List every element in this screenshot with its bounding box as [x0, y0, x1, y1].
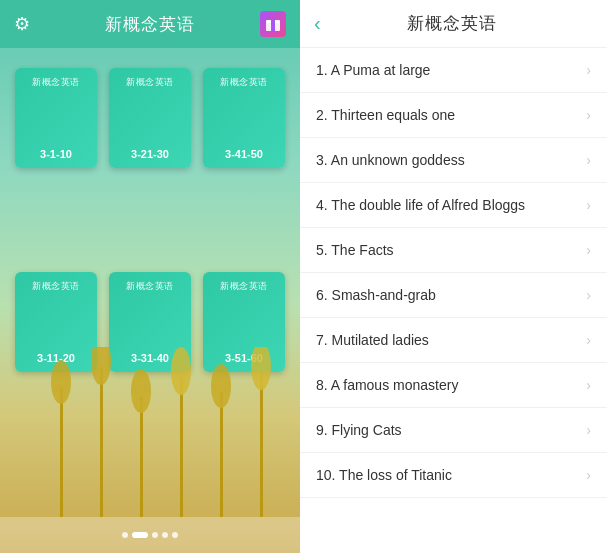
chevron-right-icon: ›	[586, 377, 591, 393]
book-title-cn: 新概念英语	[220, 76, 268, 89]
lesson-item[interactable]: 2. Thirteen equals one›	[300, 93, 607, 138]
lesson-item[interactable]: 10. The loss of Titanic›	[300, 453, 607, 498]
gear-icon[interactable]: ⚙	[14, 13, 30, 35]
book-range: 3-21-30	[131, 148, 169, 162]
lesson-label: 9. Flying Cats	[316, 422, 586, 438]
book-card-1[interactable]: 新概念英语 3-1-10	[15, 68, 97, 168]
lesson-label: 10. The loss of Titanic	[316, 467, 586, 483]
book-title-cn: 新概念英语	[126, 76, 174, 89]
lesson-item[interactable]: 6. Smash-and-grab›	[300, 273, 607, 318]
lesson-item[interactable]: 9. Flying Cats›	[300, 408, 607, 453]
gift-icon[interactable]	[260, 11, 286, 37]
lesson-label: 7. Mutilated ladies	[316, 332, 586, 348]
svg-rect-4	[60, 387, 63, 517]
right-header-title: 新概念英语	[331, 12, 573, 35]
svg-rect-8	[140, 397, 143, 517]
dot-3	[152, 532, 158, 538]
book-title-cn: 新概念英语	[220, 280, 268, 293]
chevron-right-icon: ›	[586, 332, 591, 348]
dot-1	[122, 532, 128, 538]
chevron-right-icon: ›	[586, 422, 591, 438]
book-title-cn: 新概念英语	[32, 76, 80, 89]
book-title-cn: 新概念英语	[32, 280, 80, 293]
left-panel: ⚙ 新概念英语 新概念英语 3-1-10 新概念英语 3-21-30	[0, 0, 300, 553]
left-header-title: 新概念英语	[105, 13, 195, 36]
dot-5	[172, 532, 178, 538]
book-card-4[interactable]: 新概念英语 3-11-20	[15, 272, 97, 372]
back-button[interactable]: ‹	[314, 12, 321, 35]
svg-rect-14	[260, 372, 263, 517]
left-header: ⚙ 新概念英语	[0, 0, 300, 48]
pagination-dots	[122, 532, 178, 538]
books-row-1: 新概念英语 3-1-10 新概念英语 3-21-30 新概念英语 3-41-50	[10, 68, 290, 168]
lesson-label: 3. An unknown goddess	[316, 152, 586, 168]
right-panel: ‹ 新概念英语 1. A Puma at large›2. Thirteen e…	[300, 0, 607, 553]
dot-2-active	[132, 532, 148, 538]
book-range: 3-1-10	[40, 148, 72, 162]
book-title-cn: 新概念英语	[126, 280, 174, 293]
lesson-label: 4. The double life of Alfred Bloggs	[316, 197, 586, 213]
chevron-right-icon: ›	[586, 197, 591, 213]
chevron-right-icon: ›	[586, 152, 591, 168]
chevron-right-icon: ›	[586, 62, 591, 78]
lesson-item[interactable]: 1. A Puma at large›	[300, 48, 607, 93]
lesson-label: 5. The Facts	[316, 242, 586, 258]
book-range: 3-41-50	[225, 148, 263, 162]
chevron-right-icon: ›	[586, 107, 591, 123]
svg-rect-1	[271, 22, 275, 31]
lesson-label: 8. A famous monastery	[316, 377, 586, 393]
book-card-6[interactable]: 新概念英语 3-51-60	[203, 272, 285, 372]
lesson-item[interactable]: 7. Mutilated ladies›	[300, 318, 607, 363]
lesson-item[interactable]: 3. An unknown goddess›	[300, 138, 607, 183]
lesson-label: 1. A Puma at large	[316, 62, 586, 78]
lesson-label: 6. Smash-and-grab	[316, 287, 586, 303]
svg-rect-3	[271, 20, 275, 23]
svg-rect-10	[180, 377, 183, 517]
books-grid: 新概念英语 3-1-10 新概念英语 3-21-30 新概念英语 3-41-50…	[0, 48, 300, 392]
lesson-label: 2. Thirteen equals one	[316, 107, 586, 123]
lesson-item[interactable]: 8. A famous monastery›	[300, 363, 607, 408]
lesson-item[interactable]: 5. The Facts›	[300, 228, 607, 273]
book-card-2[interactable]: 新概念英语 3-21-30	[109, 68, 191, 168]
chevron-right-icon: ›	[586, 287, 591, 303]
right-header: ‹ 新概念英语	[300, 0, 607, 48]
book-card-5[interactable]: 新概念英语 3-31-40	[109, 272, 191, 372]
bottom-pagination	[0, 517, 300, 553]
book-range: 3-31-40	[131, 352, 169, 366]
book-range: 3-11-20	[37, 352, 75, 366]
books-row-2: 新概念英语 3-11-20 新概念英语 3-31-40 新概念英语 3-51-6…	[10, 272, 290, 372]
book-card-3[interactable]: 新概念英语 3-41-50	[203, 68, 285, 168]
chevron-right-icon: ›	[586, 242, 591, 258]
dot-4	[162, 532, 168, 538]
lesson-list: 1. A Puma at large›2. Thirteen equals on…	[300, 48, 607, 553]
book-range: 3-51-60	[225, 352, 263, 366]
chevron-right-icon: ›	[586, 467, 591, 483]
lesson-item[interactable]: 4. The double life of Alfred Bloggs›	[300, 183, 607, 228]
svg-rect-12	[220, 392, 223, 517]
